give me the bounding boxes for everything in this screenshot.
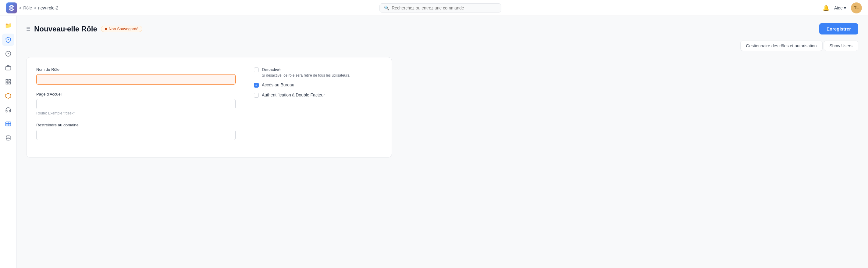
restrict-domain-input[interactable] — [36, 130, 236, 140]
nav-right: 🔔 Aide ▾ TL — [823, 2, 862, 14]
tab-roles[interactable]: Gestionnaire des rôles et autorisation — [740, 41, 823, 51]
svg-marker-8 — [5, 93, 11, 99]
page-header-left: ☰ Nouveau·elle Rôle Non Sauvegardé — [26, 25, 142, 33]
role-name-label: Nom du Rôle — [36, 67, 236, 72]
search-box: 🔍 — [379, 3, 501, 12]
form-left: Nom du Rôle Page d'Accueil Route: Exempl… — [36, 67, 236, 148]
top-navigation: > Rôle > new-role-2 🔍 🔔 Aide ▾ TL — [0, 0, 868, 16]
disabled-row: Desactivé Si désactivé, ce rôle sera ret… — [254, 67, 382, 78]
chevron-down-icon: ▾ — [844, 5, 846, 10]
notifications-button[interactable]: 🔔 — [823, 5, 829, 11]
sidebar-item-table[interactable] — [2, 118, 14, 130]
svg-rect-5 — [8, 80, 10, 81]
svg-point-1 — [10, 7, 12, 9]
two-factor-row: Authentification à Double Facteur — [254, 92, 382, 98]
sidebar-item-briefcase[interactable] — [2, 62, 14, 74]
sidebar-item-check[interactable] — [2, 48, 14, 60]
desk-access-row: Accès au Bureau — [254, 82, 382, 88]
form-layout: Nom du Rôle Page d'Accueil Route: Exempl… — [36, 67, 382, 148]
disabled-checkbox[interactable] — [254, 68, 259, 72]
unsaved-badge: Non Sauvegardé — [101, 26, 143, 32]
main-content: ☰ Nouveau·elle Rôle Non Sauvegardé Enreg… — [17, 16, 868, 268]
restrict-domain-label: Restreindre au domaine — [36, 123, 236, 127]
sidebar-item-shield[interactable] — [2, 33, 14, 46]
page-title: Nouveau·elle Rôle — [34, 25, 97, 33]
sidebar-item-hexagon[interactable] — [2, 90, 14, 102]
svg-rect-4 — [6, 80, 8, 81]
home-page-input[interactable] — [36, 99, 236, 109]
svg-point-10 — [6, 136, 10, 137]
help-label: Aide — [834, 5, 843, 10]
search-icon: 🔍 — [384, 5, 389, 10]
role-name-input[interactable] — [36, 74, 236, 84]
svg-rect-7 — [8, 82, 10, 84]
checkbox-group: Desactivé Si désactivé, ce rôle sera ret… — [254, 67, 382, 98]
unsaved-label: Non Sauvegardé — [109, 27, 139, 31]
form-card: Nom du Rôle Page d'Accueil Route: Exempl… — [26, 57, 392, 158]
search-input[interactable] — [392, 5, 497, 10]
desk-access-checkbox[interactable] — [254, 83, 259, 88]
breadcrumb-sep2: > — [34, 5, 36, 10]
home-page-hint: Route: Exemple "/desk" — [36, 111, 236, 115]
avatar[interactable]: TL — [851, 2, 862, 14]
svg-rect-3 — [5, 66, 11, 70]
sidebar-item-headset[interactable] — [2, 104, 14, 116]
page-header: ☰ Nouveau·elle Rôle Non Sauvegardé Enreg… — [26, 23, 858, 34]
home-page-field-group: Page d'Accueil Route: Exemple "/desk" — [36, 92, 236, 115]
disabled-label: Desactivé — [262, 67, 350, 72]
breadcrumb: > Rôle > new-role-2 — [19, 5, 58, 10]
restrict-domain-field-group: Restreindre au domaine — [36, 123, 236, 140]
two-factor-checkbox[interactable] — [254, 93, 259, 98]
sidebar-item-stack[interactable] — [2, 132, 14, 144]
form-right: Desactivé Si désactivé, ce rôle sera ret… — [254, 67, 382, 148]
unsaved-dot — [105, 28, 107, 30]
disabled-field: Desactivé Si désactivé, ce rôle sera ret… — [262, 67, 350, 78]
save-button[interactable]: Enregistrer — [819, 23, 858, 34]
sidebar: 📁 — [0, 16, 17, 268]
tab-users[interactable]: Show Users — [824, 41, 858, 51]
two-factor-label: Authentification à Double Facteur — [262, 92, 325, 97]
search-container: 🔍 — [379, 3, 501, 12]
breadcrumb-sep: > — [19, 5, 21, 10]
tab-bar: Gestionnaire des rôles et autorisation S… — [26, 41, 858, 51]
menu-icon[interactable]: ☰ — [26, 26, 30, 32]
sidebar-item-files[interactable]: 📁 — [2, 20, 14, 32]
desk-access-label: Accès au Bureau — [262, 82, 294, 87]
breadcrumb-role[interactable]: Rôle — [23, 5, 32, 10]
breadcrumb-current: new-role-2 — [38, 5, 58, 10]
sidebar-item-grid[interactable] — [2, 76, 14, 88]
disabled-hint: Si désactivé, ce rôle sera retiré de tou… — [262, 73, 350, 78]
home-page-label: Page d'Accueil — [36, 92, 236, 97]
role-name-field-group: Nom du Rôle — [36, 67, 236, 84]
app-logo[interactable] — [6, 2, 17, 14]
svg-rect-6 — [6, 82, 8, 84]
nav-left: > Rôle > new-role-2 — [6, 2, 58, 14]
help-button[interactable]: Aide ▾ — [834, 5, 846, 10]
